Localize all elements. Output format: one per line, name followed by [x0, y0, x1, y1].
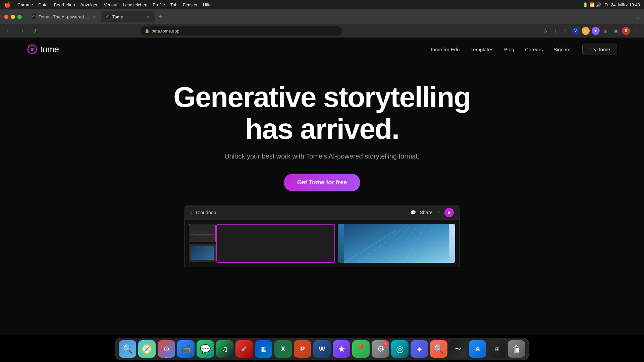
dock-item-spotify[interactable]: ♫ — [216, 340, 233, 358]
demo-main-area — [216, 224, 455, 263]
menubar-time: Fr. 24. März 13:40 — [605, 2, 640, 7]
tab-close-2[interactable]: ✕ — [145, 14, 151, 19]
try-tome-button[interactable]: Try Tome — [582, 44, 617, 55]
bookmark-icon[interactable]: ☆ — [561, 27, 570, 35]
dock-item-powerpoint[interactable]: P — [294, 340, 311, 358]
hero-title: Generative storytelling has arrived. — [171, 81, 473, 144]
demo-preview: ‹ Cloudhop 💬 Share ··· ▶ 1 — [184, 205, 460, 267]
demo-thumb-num-1: 1 — [202, 230, 203, 233]
menubar-fenster[interactable]: Fenster — [183, 2, 198, 7]
browser-tab-1[interactable]: Tome - The AI-powered storyt… ✕ — [27, 11, 101, 22]
dock-item-sysprefs[interactable]: ⚙1 — [372, 340, 389, 358]
dock-item-finder[interactable]: 🔍 — [119, 340, 136, 358]
extension-3-icon[interactable]: ★ — [592, 27, 600, 35]
dock-item-whatsapp[interactable]: 💬 — [197, 340, 214, 358]
browser-menu-button[interactable]: ⋮ — [632, 27, 640, 35]
lock-icon: 🔒 — [145, 28, 150, 33]
apple-menu-icon[interactable]: 🍎 — [4, 2, 11, 8]
discord-icon: ◈ — [417, 345, 422, 353]
dock-item-mission-control[interactable]: ⊞ — [488, 340, 506, 358]
zoom-icon: 📹 — [180, 344, 191, 354]
refresh-button[interactable]: ↺ — [30, 26, 39, 36]
dock-item-todoist[interactable]: ✓ — [235, 340, 253, 358]
new-tab-button[interactable]: + — [156, 12, 165, 21]
tabs-bar: Tome - The AI-powered storyt… ✕ Tome ✕ +… — [27, 11, 640, 22]
svg-point-3 — [107, 16, 108, 17]
tab-list-button[interactable]: ⌄ — [636, 14, 640, 20]
nav-link-signin[interactable]: Sign in — [553, 47, 569, 52]
menubar-datei[interactable]: Datei — [38, 2, 48, 7]
extension-2-icon[interactable]: ◎ — [582, 27, 590, 35]
demo-thumb-1[interactable]: 1 — [189, 224, 216, 242]
demo-thumb-2[interactable] — [189, 244, 216, 262]
dock-item-zoom[interactable]: 📹 — [177, 340, 195, 358]
dock-item-discord[interactable]: ◈ — [411, 340, 428, 358]
browser-toolbar: G ↑ ☆ V ◎ ★ ⊞ ▣ S ⋮ — [541, 27, 640, 35]
dock-item-maps[interactable]: 📍 — [352, 340, 370, 358]
nav-link-careers[interactable]: Careers — [525, 47, 543, 52]
menubar-verlauf[interactable]: Verlauf — [104, 2, 117, 7]
dock-item-chrome[interactable]: ⊙ — [158, 340, 175, 358]
profile-switcher-icon[interactable]: ▣ — [612, 27, 620, 35]
hero-title-line2: has arrived. — [245, 113, 399, 145]
close-button[interactable] — [4, 15, 8, 19]
safari-icon: 🧭 — [142, 344, 152, 354]
menubar-tab[interactable]: Tab — [170, 2, 177, 7]
menubar-chrome[interactable]: Chrome — [17, 2, 33, 7]
dock-item-safari[interactable]: 🧭 — [138, 340, 156, 358]
maximize-button[interactable] — [17, 15, 22, 19]
site-navbar: tome Tome for Edu Templates Blog Careers… — [0, 38, 644, 61]
tab-title-1: Tome - The AI-powered storyt… — [39, 14, 90, 19]
svg-rect-6 — [344, 224, 449, 263]
demo-play-button[interactable]: ▶ — [444, 208, 454, 217]
user-avatar[interactable]: S — [622, 27, 630, 35]
site-logo[interactable]: tome — [27, 44, 59, 55]
menubar-lesezeichen[interactable]: Lesezeichen — [123, 2, 147, 7]
tab-favicon-1 — [31, 14, 37, 19]
extension-1-icon[interactable]: V — [572, 27, 580, 35]
menubar-icons: 🔋 📶 🔊 — [583, 2, 601, 7]
demo-share-button[interactable]: Share — [420, 210, 432, 215]
vnet-icon: ◎ — [396, 344, 404, 354]
url-bar[interactable]: 🔒 beta.tome.app — [141, 26, 342, 36]
tome-logo-icon — [27, 44, 38, 55]
bezel-icon: ★ — [338, 344, 345, 354]
macos-menubar: 🍎 Chrome Datei Bearbeiten Anzeigen Verla… — [0, 0, 644, 9]
share-icon[interactable]: ↑ — [551, 27, 559, 35]
forward-button[interactable]: → — [17, 26, 26, 36]
nav-link-edu[interactable]: Tome for Edu — [430, 47, 460, 52]
tab-title-2: Tome — [112, 14, 143, 19]
dock-item-appstore[interactable]: A — [469, 340, 486, 358]
demo-more-icon[interactable]: ··· — [436, 210, 440, 215]
dock-item-excel[interactable]: X — [274, 340, 292, 358]
dock-item-trash[interactable]: 🗑 — [508, 340, 525, 358]
demo-back-button[interactable]: ‹ — [190, 209, 192, 216]
dock-item-alfred[interactable]: 🔍 — [430, 340, 447, 358]
extensions-button[interactable]: ⊞ — [602, 27, 610, 35]
dock-item-word[interactable]: W — [313, 340, 331, 358]
back-button[interactable]: ← — [4, 26, 13, 36]
menubar-hilfe[interactable]: Hilfe — [203, 2, 212, 7]
appstore-icon: A — [475, 345, 480, 353]
hero-cta-button[interactable]: Get Tome for free — [284, 174, 361, 191]
menubar-anzeigen[interactable]: Anzeigen — [80, 2, 99, 7]
google-account-icon[interactable]: G — [541, 27, 549, 35]
trello-icon: ▦ — [261, 345, 267, 353]
nav-link-templates[interactable]: Templates — [471, 47, 493, 52]
finder-icon: 🔍 — [122, 344, 133, 354]
hero-subtitle: Unlock your best work with Tome's AI-pow… — [7, 153, 637, 160]
dock-item-bezel[interactable]: ★ — [333, 340, 350, 358]
menubar-bearbeiten[interactable]: Bearbeiten — [54, 2, 75, 7]
nav-link-blog[interactable]: Blog — [504, 47, 514, 52]
demo-slide-image — [338, 224, 455, 263]
dock-item-trello[interactable]: ▦ — [255, 340, 272, 358]
minimize-button[interactable] — [11, 15, 15, 19]
hero-section: Generative storytelling has arrived. Unl… — [0, 61, 644, 280]
tab-close-1[interactable]: ✕ — [92, 14, 97, 19]
dock-item-vnet[interactable]: ◎ — [391, 340, 409, 358]
browser-tab-2[interactable]: Tome ✕ — [101, 11, 155, 22]
dock-item-waveform[interactable]: 〜 — [449, 340, 467, 358]
sysprefs-icon: ⚙ — [377, 344, 384, 354]
demo-comment-icon[interactable]: 💬 — [410, 210, 416, 215]
menubar-profile[interactable]: Profile — [153, 2, 165, 7]
